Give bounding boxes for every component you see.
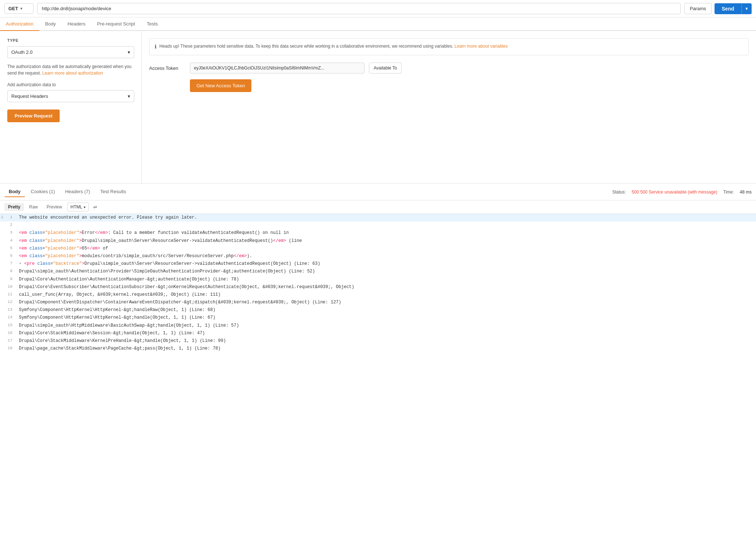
request-tabs: Authorization Body Headers Pre-request S…: [0, 17, 756, 31]
line-number: 8: [6, 268, 16, 275]
tab-body[interactable]: Body: [39, 17, 62, 31]
line-content: <em class="placeholder">modules/contrib/…: [16, 253, 756, 260]
format-type-dropdown[interactable]: HTML ▾: [67, 203, 89, 211]
response-tab-test-results[interactable]: Test Results: [96, 187, 131, 197]
learn-more-auth-link[interactable]: Learn more about authorization: [42, 71, 103, 76]
tab-tests[interactable]: Tests: [141, 17, 163, 31]
line-number: 17: [6, 338, 16, 344]
tab-authorization[interactable]: Authorization: [0, 17, 39, 31]
line-number: 16: [6, 330, 16, 337]
send-dropdown-chevron-icon: ▾: [745, 6, 748, 11]
line-content: <em class="placeholder">Error</em>: Call…: [16, 230, 756, 236]
format-type-label: HTML: [71, 204, 83, 210]
available-tokens-button[interactable]: Available To: [369, 63, 402, 73]
line-number: 1: [6, 214, 16, 221]
line-number: 15: [6, 322, 16, 329]
tab-pre-request[interactable]: Pre-request Script: [91, 17, 141, 31]
line-info: [0, 245, 6, 252]
line-info: [0, 338, 6, 344]
line-content: <em class="placeholder">65</em> of: [16, 245, 756, 252]
line-content: Drupal\Component\EventDispatcher\Contain…: [16, 299, 756, 306]
method-chevron-icon: ▾: [20, 7, 22, 11]
line-number: 7: [6, 260, 16, 267]
format-tab-preview[interactable]: Preview: [43, 203, 66, 211]
format-tab-pretty[interactable]: Pretty: [4, 203, 24, 211]
access-token-label: Access Token: [149, 65, 186, 71]
line-content: Drupal\Core\Authentication\Authenticatio…: [16, 276, 756, 283]
response-tab-headers[interactable]: Headers (7): [61, 187, 95, 197]
line-info: [0, 276, 6, 283]
type-label: TYPE: [7, 38, 134, 43]
code-line: 17Drupal\Core\StackMiddleware\KernelPreH…: [0, 337, 756, 345]
line-number: 10: [6, 284, 16, 291]
time-label: Time:: [723, 190, 734, 195]
info-icon: ℹ: [155, 43, 156, 51]
line-info: [0, 307, 6, 314]
fold-icon[interactable]: ▾: [19, 261, 24, 266]
auth-type-chevron-icon: ▾: [128, 49, 130, 55]
code-line: 13Symfony\Component\HttpKernel\HttpKerne…: [0, 306, 756, 314]
response-tab-cookies[interactable]: Cookies (1): [27, 187, 59, 197]
tab-headers[interactable]: Headers: [62, 17, 91, 31]
line-number: 14: [6, 314, 16, 321]
response-tabs-row: Body Cookies (1) Headers (7) Test Result…: [0, 184, 756, 200]
response-tab-body[interactable]: Body: [4, 187, 25, 197]
line-content: The website encountered an unexpected er…: [16, 214, 756, 221]
line-number: 12: [6, 299, 16, 306]
send-button[interactable]: Send: [715, 3, 741, 14]
line-number: 3: [6, 230, 16, 236]
line-number: 5: [6, 245, 16, 252]
code-line: 9Drupal\Core\Authentication\Authenticati…: [0, 276, 756, 283]
code-line: 10Drupal\Core\EventSubscriber\Authentica…: [0, 283, 756, 291]
send-dropdown-button[interactable]: ▾: [741, 3, 752, 14]
line-info: [0, 291, 6, 298]
code-line: 4<em class="placeholder">Drupal\simple_o…: [0, 237, 756, 245]
line-content: Symfony\Component\HttpKernel\HttpKernel-…: [16, 307, 756, 314]
time-value: 48 ms: [740, 190, 752, 195]
access-token-input[interactable]: [190, 63, 365, 73]
line-info: [0, 330, 6, 337]
line-number: 18: [6, 345, 16, 352]
code-line: 8Drupal\simple_oauth\Authentication\Prov…: [0, 268, 756, 275]
response-tabs: Body Cookies (1) Headers (7) Test Result…: [4, 187, 130, 197]
code-line: 16Drupal\Core\StackMiddleware\Session-&g…: [0, 330, 756, 337]
params-button[interactable]: Params: [684, 3, 712, 14]
add-auth-dropdown[interactable]: Request Headers ▾: [7, 90, 134, 102]
line-content: Drupal\page_cache\StackMiddleware\PageCa…: [16, 345, 756, 352]
code-line: 15Drupal\simple_oauth\HttpMiddleware\Bas…: [0, 322, 756, 330]
alert-box: ℹ Heads up! These parameters hold sensit…: [149, 38, 749, 55]
line-content: ▾ <pre class="backtrace">Drupal\simple_o…: [16, 260, 756, 267]
get-new-access-token-button[interactable]: Get New Access Token: [190, 79, 251, 92]
learn-more-variables-link[interactable]: Learn more about variables: [454, 44, 508, 49]
line-info: [0, 230, 6, 236]
right-panel: ℹ Heads up! These parameters hold sensit…: [142, 31, 756, 183]
method-dropdown[interactable]: GET ▾: [4, 3, 33, 14]
auth-type-dropdown[interactable]: OAuth 2.0 ▾: [7, 46, 134, 58]
code-line: i1The website encountered an unexpected …: [0, 214, 756, 222]
response-section: Body Cookies (1) Headers (7) Test Result…: [0, 184, 756, 352]
line-info: [0, 299, 6, 306]
line-number: 4: [6, 238, 16, 244]
format-tab-raw[interactable]: Raw: [25, 203, 41, 211]
line-content: Symfony\Component\HttpKernel\HttpKernel-…: [16, 314, 756, 321]
format-type-chevron-icon: ▾: [84, 205, 85, 209]
line-content: Drupal\Core\StackMiddleware\KernelPreHan…: [16, 338, 756, 344]
line-content: [16, 222, 756, 229]
line-content: Drupal\Core\StackMiddleware\Session-&gt;…: [16, 330, 756, 337]
code-line: 6<em class="placeholder">modules/contrib…: [0, 252, 756, 260]
line-info: [0, 222, 6, 229]
code-line: 7▾ <pre class="backtrace">Drupal\simple_…: [0, 260, 756, 268]
line-info: [0, 253, 6, 260]
code-line: 5<em class="placeholder">65</em> of: [0, 245, 756, 252]
preview-request-button[interactable]: Preview Request: [7, 109, 60, 122]
code-line: 12Drupal\Component\EventDispatcher\Conta…: [0, 299, 756, 306]
line-info: [0, 345, 6, 352]
line-number: 11: [6, 291, 16, 298]
left-panel: TYPE OAuth 2.0 ▾ The authorization data …: [0, 31, 142, 183]
alert-text: Heads up! These parameters hold sensitiv…: [159, 43, 508, 51]
send-button-group: Send ▾: [715, 3, 752, 14]
url-input[interactable]: [37, 3, 681, 14]
line-number: 13: [6, 307, 16, 314]
filter-icon[interactable]: ⇌: [93, 204, 97, 210]
line-info: [0, 284, 6, 291]
